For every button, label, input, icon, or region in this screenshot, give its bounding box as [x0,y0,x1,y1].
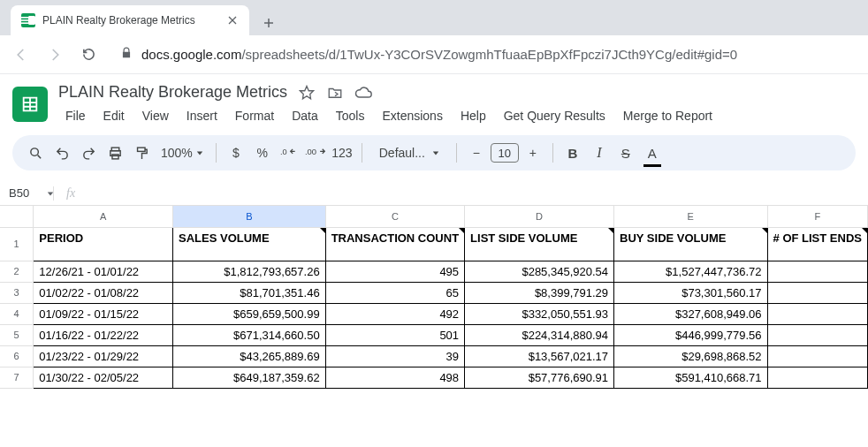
cell[interactable]: 498 [325,367,464,388]
select-all-corner[interactable] [0,206,34,227]
decrease-decimal-button[interactable]: .0 [277,140,301,165]
row-header[interactable]: 6 [0,345,34,367]
cell[interactable]: $285,345,920.54 [465,261,614,282]
cell[interactable]: 12/26/21 - 01/01/22 [34,261,173,282]
strikethrough-button[interactable]: S [613,140,638,165]
forward-button[interactable] [44,44,65,65]
cell-B1[interactable]: SALES VOLUME [173,227,326,261]
cell[interactable]: $8,399,791.29 [465,282,614,303]
cell[interactable]: 495 [325,261,464,282]
cell-C1[interactable]: TRANSACTION COUNT [325,227,464,261]
close-icon[interactable] [226,14,239,27]
increase-font-size-button[interactable]: + [521,140,545,165]
redo-button[interactable] [76,140,101,165]
text-color-button[interactable]: A [640,140,665,165]
cell[interactable]: 01/30/22 - 02/05/22 [34,367,173,388]
cell[interactable]: $327,608,949.06 [614,303,768,324]
cell[interactable]: $29,698,868.52 [614,345,768,367]
row-header-1[interactable]: 1 [0,227,34,261]
cell[interactable]: 501 [325,324,464,345]
cell[interactable]: $81,701,351.46 [173,282,326,303]
cell[interactable]: $671,314,660.50 [173,324,326,345]
italic-button[interactable]: I [587,140,612,165]
sheets-logo[interactable] [12,87,48,122]
menu-insert[interactable]: Insert [179,105,225,126]
formula-bar[interactable]: fx [53,186,88,201]
menu-data[interactable]: Data [285,105,325,126]
font-select[interactable]: Defaul... [369,140,449,165]
menu-format[interactable]: Format [228,105,281,126]
column-header-F[interactable]: F [767,206,867,227]
menu-merge-to-report[interactable]: Merge to Report [616,105,720,126]
cell[interactable]: $43,265,889.69 [173,345,326,367]
menu-tools[interactable]: Tools [329,105,372,126]
paint-format-button[interactable] [129,140,154,165]
cell[interactable] [767,282,867,303]
cell[interactable] [767,345,867,367]
reload-button[interactable] [78,44,99,65]
menu-help[interactable]: Help [453,105,493,126]
cell[interactable]: $13,567,021.17 [465,345,614,367]
spreadsheet-grid[interactable]: A B C D E F 1 PERIOD SALES VOLUME TRANSA… [0,206,868,389]
cell-F1[interactable]: # OF LIST ENDS [767,227,867,261]
increase-decimal-button[interactable]: .00 [303,140,328,165]
row-header[interactable]: 2 [0,261,34,282]
cell[interactable] [767,261,867,282]
column-header-E[interactable]: E [614,206,768,227]
cell[interactable]: 01/09/22 - 01/15/22 [34,303,173,324]
url-field[interactable]: docs.google.com/spreadsheets/d/1TwUx-Y3C… [111,42,857,68]
font-size-input[interactable]: 10 [491,143,519,163]
name-box[interactable]: B50 [0,186,53,200]
decrease-font-size-button[interactable]: − [464,140,489,165]
print-button[interactable] [103,140,127,165]
menu-view[interactable]: View [135,105,176,126]
back-button[interactable] [11,44,32,65]
cell[interactable]: $446,999,779.56 [614,324,768,345]
cell-E1[interactable]: BUY SIDE VOLUME [614,227,768,261]
bold-button[interactable]: B [560,140,585,165]
cell[interactable]: 65 [325,282,464,303]
cell[interactable]: 492 [325,303,464,324]
cell[interactable]: $332,050,551.93 [465,303,614,324]
cell[interactable]: 01/23/22 - 01/29/22 [34,345,173,367]
search-menu-icon[interactable] [23,140,48,165]
column-header-B[interactable]: B [173,206,326,227]
cell[interactable]: 01/16/22 - 01/22/22 [34,324,173,345]
browser-tab[interactable]: PLAIN Realty Brokerage Metrics [11,5,249,35]
menu-extensions[interactable]: Extensions [375,105,449,126]
column-header-A[interactable]: A [34,206,173,227]
cell[interactable]: $1,527,447,736.72 [614,261,768,282]
row-header[interactable]: 5 [0,324,34,345]
cell[interactable]: $649,187,359.62 [173,367,326,388]
column-header-C[interactable]: C [325,206,464,227]
cloud-icon[interactable] [354,84,372,102]
cell[interactable]: $591,410,668.71 [614,367,768,388]
new-tab-button[interactable] [256,11,281,35]
undo-button[interactable] [49,140,74,165]
cell-D1[interactable]: LIST SIDE VOLUME [465,227,614,261]
number-format-button[interactable]: 123 [330,140,354,165]
cell[interactable]: 01/02/22 - 01/08/22 [34,282,173,303]
row-header[interactable]: 4 [0,303,34,324]
star-icon[interactable] [298,84,316,102]
menu-get-query-results[interactable]: Get Query Results [497,105,613,126]
cell[interactable]: $57,776,690.91 [465,367,614,388]
zoom-select[interactable]: 100% [156,140,209,165]
cell-A1[interactable]: PERIOD [34,227,173,261]
move-icon[interactable] [326,84,344,102]
column-header-D[interactable]: D [465,206,614,227]
cell[interactable]: $1,812,793,657.26 [173,261,326,282]
cell[interactable]: 39 [325,345,464,367]
row-header[interactable]: 7 [0,367,34,388]
cell[interactable]: $73,301,560.17 [614,282,768,303]
cell[interactable]: $224,314,880.94 [465,324,614,345]
menu-file[interactable]: File [58,105,93,126]
cell[interactable] [767,303,867,324]
cell[interactable] [767,324,867,345]
cell[interactable] [767,367,867,388]
percent-button[interactable]: % [250,140,275,165]
doc-title[interactable]: PLAIN Realty Brokerage Metrics [58,83,287,102]
currency-button[interactable]: $ [224,140,248,165]
row-header[interactable]: 3 [0,282,34,303]
menu-edit[interactable]: Edit [96,105,132,126]
